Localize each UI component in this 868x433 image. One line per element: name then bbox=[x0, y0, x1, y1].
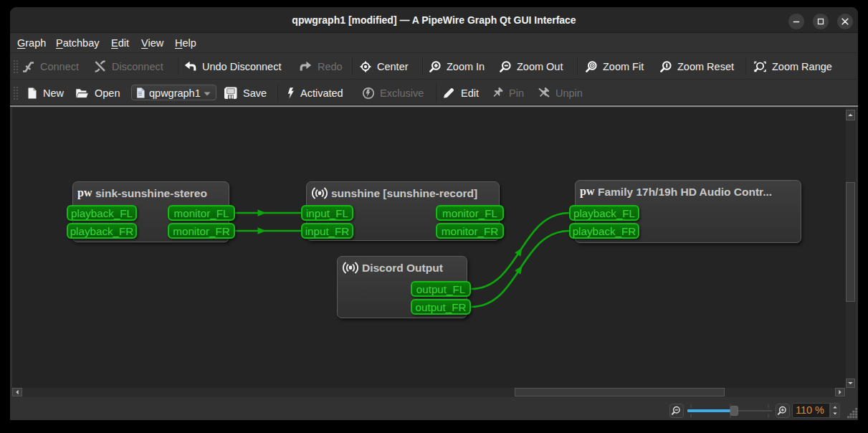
svg-text:pw: pw bbox=[77, 188, 92, 199]
svg-text:pw: pw bbox=[580, 186, 595, 198]
